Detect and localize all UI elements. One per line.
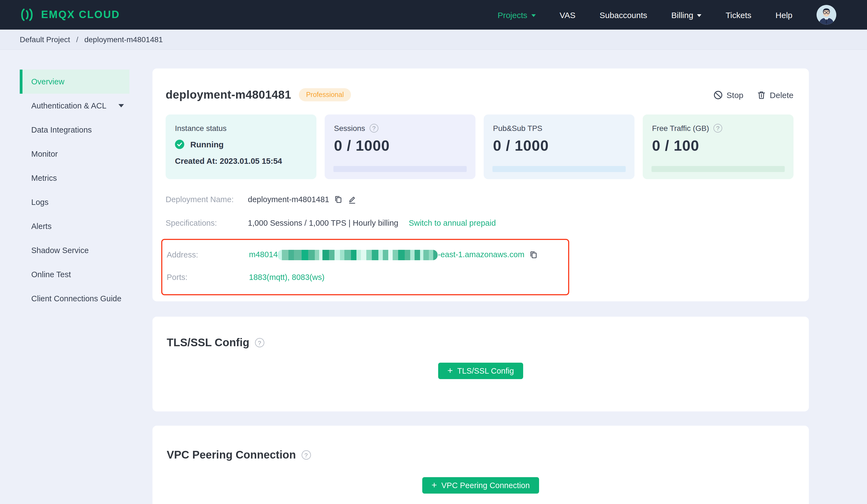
- traffic-label: Free Traffic (GB): [652, 124, 709, 133]
- specifications-row: Specifications: 1,000 Sessions / 1,000 T…: [165, 215, 793, 231]
- sidebar-item-client-connections-guide[interactable]: Client Connections Guide: [20, 286, 129, 311]
- stop-button[interactable]: Stop: [714, 90, 743, 99]
- main-content: deployment-m4801481 Professional Stop: [152, 50, 809, 504]
- navbar-menu: ProjectsVASSubaccountsBillingTicketsHelp: [497, 10, 792, 20]
- plan-badge: Professional: [299, 88, 351, 101]
- deployment-name-value: deployment-m4801481: [248, 195, 329, 204]
- instance-status-card: Instance status Running Created At: 2023…: [165, 114, 317, 179]
- vpc-heading: VPC Peering Connection: [167, 449, 296, 461]
- emqx-logo-icon: [19, 7, 36, 22]
- address-redaction: [278, 250, 438, 260]
- nav-item-vas[interactable]: VAS: [560, 10, 576, 20]
- traffic-card: Free Traffic (GB) ? 0 / 100: [643, 114, 793, 179]
- deployment-name-label: Deployment Name:: [165, 195, 248, 204]
- trash-icon: [757, 90, 766, 99]
- sidebar-item-authentication-acl[interactable]: Authentication & ACL: [20, 94, 129, 118]
- sidebar-item-monitor[interactable]: Monitor: [20, 142, 129, 166]
- ports-value: 1883(mqtt), 8083(ws): [249, 273, 325, 282]
- sessions-progress-bar: [333, 166, 467, 172]
- instance-status-label: Instance status: [175, 124, 226, 133]
- plus-icon: +: [448, 366, 453, 375]
- nav-item-tickets[interactable]: Tickets: [726, 10, 751, 20]
- sidebar-item-online-test[interactable]: Online Test: [20, 262, 129, 286]
- sidebar-item-data-integrations[interactable]: Data Integrations: [20, 118, 129, 142]
- sidebar-item-logs[interactable]: Logs: [20, 190, 129, 214]
- user-avatar[interactable]: [816, 5, 836, 25]
- annotation-highlight-box: Address: m48014-east-1.amazonaws.com Por…: [161, 239, 569, 295]
- sessions-card: Sessions ? 0 / 1000: [325, 114, 475, 179]
- copy-icon[interactable]: [334, 195, 343, 204]
- copy-icon[interactable]: [529, 250, 538, 259]
- page: EMQX CLOUD ProjectsVASSubaccountsBilling…: [0, 0, 867, 504]
- nav-item-billing[interactable]: Billing: [671, 10, 702, 20]
- brand-name: EMQX CLOUD: [41, 9, 120, 21]
- help-icon[interactable]: ?: [255, 338, 264, 347]
- tps-progress-bar: [492, 166, 626, 172]
- traffic-value: 0 / 100: [652, 138, 784, 154]
- stats-row: Instance status Running Created At: 2023…: [165, 114, 793, 179]
- sidebar-item-alerts[interactable]: Alerts: [20, 214, 129, 238]
- nav-item-help[interactable]: Help: [775, 10, 792, 20]
- top-navbar: EMQX CLOUD ProjectsVASSubaccountsBilling…: [0, 0, 867, 30]
- add-vpc-peering-button[interactable]: + VPC Peering Connection: [422, 477, 539, 494]
- ports-label: Ports:: [167, 273, 249, 282]
- tps-label: Pub&Sub TPS: [493, 124, 542, 133]
- chevron-down-icon: [118, 104, 124, 107]
- tps-card: Pub&Sub TPS 0 / 1000: [484, 114, 634, 179]
- stop-icon: [714, 90, 723, 99]
- vpc-peering-section: VPC Peering Connection ? + VPC Peering C…: [152, 426, 809, 504]
- help-icon[interactable]: ?: [301, 450, 311, 460]
- breadcrumb-separator: /: [76, 35, 78, 44]
- tps-value: 0 / 1000: [493, 138, 625, 154]
- deployment-title: deployment-m4801481: [165, 88, 291, 101]
- help-icon[interactable]: ?: [714, 124, 722, 133]
- sidebar-item-metrics[interactable]: Metrics: [20, 166, 129, 190]
- edit-icon[interactable]: [348, 195, 357, 204]
- switch-billing-link[interactable]: Switch to annual prepaid: [409, 219, 496, 227]
- breadcrumb: Default Project / deployment-m4801481: [0, 30, 867, 50]
- specifications-label: Specifications:: [165, 219, 248, 227]
- tls-ssl-section: TLS/SSL Config ? + TLS/SSL Config: [152, 317, 809, 412]
- check-circle-icon: [175, 140, 184, 149]
- delete-button[interactable]: Delete: [757, 90, 793, 99]
- ports-row: Ports: 1883(mqtt), 8083(ws): [167, 270, 568, 285]
- avatar-illustration: [816, 5, 836, 25]
- sessions-label: Sessions: [334, 124, 365, 133]
- help-icon[interactable]: ?: [370, 124, 378, 133]
- nav-item-subaccounts[interactable]: Subaccounts: [600, 10, 647, 20]
- chevron-down-icon: [697, 14, 702, 17]
- sidebar-item-shadow-service[interactable]: Shadow Service: [20, 238, 129, 262]
- created-at: Created At: 2023.01.05 15:54: [175, 157, 307, 165]
- add-tls-config-button[interactable]: + TLS/SSL Config: [438, 363, 523, 379]
- address-value: m48014-east-1.amazonaws.com: [249, 250, 525, 260]
- sidebar-nav: OverviewAuthentication & ACLData Integra…: [0, 50, 152, 504]
- plus-icon: +: [431, 480, 437, 490]
- tls-heading: TLS/SSL Config: [167, 336, 249, 349]
- instance-status-value: Running: [190, 140, 224, 149]
- sidebar-item-overview[interactable]: Overview: [20, 69, 129, 94]
- deployment-info: Deployment Name: deployment-m4801481: [165, 192, 793, 295]
- specifications-value: 1,000 Sessions / 1,000 TPS | Hourly bill…: [248, 219, 398, 227]
- address-row: Address: m48014-east-1.amazonaws.com: [167, 247, 568, 262]
- brand[interactable]: EMQX CLOUD: [19, 7, 120, 22]
- nav-item-projects[interactable]: Projects: [497, 10, 535, 20]
- deployment-overview-card: deployment-m4801481 Professional Stop: [152, 68, 809, 301]
- chevron-down-icon: [531, 14, 535, 17]
- traffic-progress-bar: [652, 166, 785, 172]
- breadcrumb-project[interactable]: Default Project: [20, 35, 70, 44]
- breadcrumb-deployment: deployment-m4801481: [84, 35, 163, 44]
- sessions-value: 0 / 1000: [334, 138, 466, 154]
- address-label: Address:: [167, 250, 249, 259]
- deployment-name-row: Deployment Name: deployment-m4801481: [165, 192, 793, 207]
